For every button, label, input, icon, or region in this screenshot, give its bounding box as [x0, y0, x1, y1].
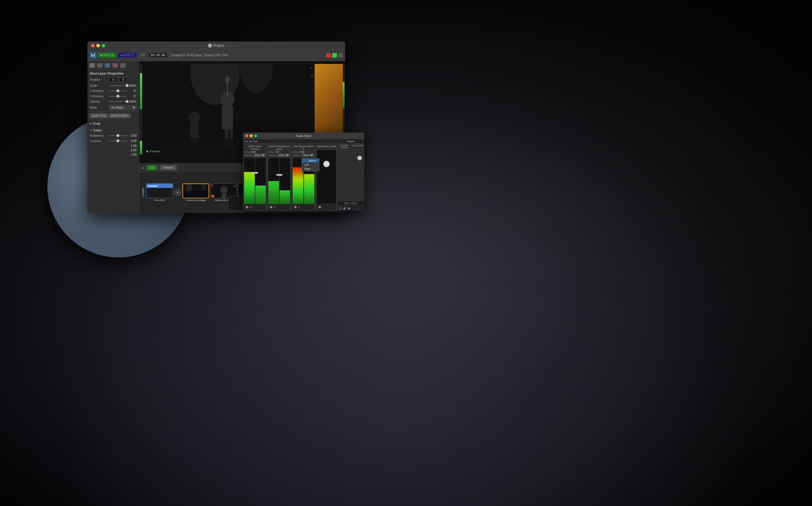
ch1-fader-knob[interactable] [252, 172, 258, 174]
contrast-label: Contrast [90, 139, 108, 143]
popup-item-left[interactable]: Left [302, 163, 319, 167]
ch2-solo-btn[interactable]: S [274, 206, 276, 208]
maximize-button[interactable] [102, 44, 105, 47]
scale-row: Scale 100% [87, 83, 139, 88]
ch2-channel-select[interactable]: Stereo [277, 154, 290, 157]
live-sources-area: Live Sources Builtin Audio Capture Delay… [243, 139, 337, 211]
ch3-mute-btn[interactable]: 🔇 [294, 206, 297, 208]
opacity-slider[interactable] [109, 101, 127, 102]
contrast-slider[interactable] [109, 141, 127, 142]
ch4-mute-btn[interactable]: 🔇 [318, 206, 322, 208]
audio-minimize[interactable] [250, 134, 253, 137]
person-icon-btn[interactable]: 👤 [105, 63, 111, 68]
svg-point-3 [135, 351, 137, 353]
smooth-button[interactable]: Smooth [160, 165, 176, 170]
brightness-label: Brightness [90, 134, 108, 137]
camera-left-stage-thumb[interactable] [183, 183, 209, 198]
svg-point-18 [340, 351, 341, 353]
new-shot-header-thumb[interactable]: ■■■■■■■■ ⚙ [146, 183, 173, 198]
ch1-label: Builtin Audio Capture [244, 145, 266, 150]
crop-section-header[interactable]: ▶ Crop [87, 121, 139, 126]
svg-point-21 [384, 363, 386, 365]
svg-point-23 [414, 351, 416, 353]
y-rotation-handle[interactable] [117, 95, 119, 98]
svg-point-35 [592, 354, 593, 356]
collapse-left-icon[interactable]: « [142, 165, 144, 170]
ch3-solo-btn[interactable]: S [298, 206, 300, 208]
stream-btn-gray[interactable] [338, 53, 343, 58]
master-knob[interactable] [357, 156, 362, 160]
svg-point-12 [251, 357, 252, 359]
x-rotation-slider[interactable] [109, 91, 127, 91]
ch2-meter-fill-l [268, 181, 279, 204]
color-section-header[interactable]: ▼ Color [87, 128, 139, 133]
position-label: Position [90, 78, 108, 81]
stream-dot [100, 55, 102, 56]
brightness-row: Brightness 0.00 [87, 133, 139, 138]
divider-3 [87, 126, 139, 127]
scale-to-fit-button[interactable]: Scale To Fit [90, 113, 108, 118]
master-sub-labels: Preview Camera Live Output [337, 144, 364, 150]
svg-point-32 [547, 357, 549, 359]
close-button[interactable] [91, 44, 94, 47]
popup-item-stereo[interactable]: ✓ Stereo [302, 159, 319, 163]
position-x-input[interactable] [109, 77, 118, 82]
svg-point-67 [203, 194, 204, 195]
add-shot-button-1[interactable]: + [174, 189, 181, 196]
timecode: 00:00:00 [151, 54, 165, 57]
ch2-mute-btn[interactable]: 🔇 [270, 206, 273, 208]
panel-icon-row: ≡ ◁ 👤 🔖 − [87, 61, 139, 70]
layers-icon-btn[interactable]: ≡ [89, 63, 95, 68]
minimize-button[interactable] [96, 44, 100, 47]
svg-point-14 [281, 360, 282, 362]
ch3-channel-select[interactable]: Stereo [301, 154, 314, 157]
ch4-bottom-bar: 🔇 [317, 204, 336, 210]
reset-position-button[interactable]: Reset Position [109, 113, 130, 118]
popup-left-text: Left [304, 163, 309, 166]
scale-handle[interactable] [126, 84, 129, 87]
ch1-mute-btn[interactable]: 🔇 [245, 206, 249, 208]
opacity-handle[interactable] [126, 100, 129, 103]
audio-maximize[interactable] [254, 134, 257, 137]
back-icon-btn[interactable]: ◁ [97, 63, 103, 68]
contrast-value: 0.00 [128, 139, 137, 143]
ch1-channel-select[interactable]: Stereo [253, 154, 266, 157]
brightness-handle[interactable] [117, 134, 119, 137]
bookmark-icon-btn[interactable]: 🔖 [112, 63, 118, 68]
stream-status: 00:01:26 [98, 53, 117, 58]
svg-point-39 [651, 360, 653, 362]
scale-slider[interactable] [109, 85, 127, 86]
opacity-label: Opacity [90, 100, 108, 103]
svg-point-40 [666, 354, 667, 356]
position-y-input[interactable] [119, 77, 128, 82]
ch4-large-knob[interactable] [323, 161, 330, 167]
new-shot-settings[interactable]: ⚙ [170, 184, 172, 188]
svg-point-37 [621, 357, 623, 359]
audio-close[interactable] [245, 134, 248, 137]
svg-point-33 [562, 351, 564, 353]
master-headphone-icon[interactable]: 🎧 [339, 207, 342, 210]
minus-icon-btn[interactable]: − [120, 63, 126, 68]
ch3-label: Mdi Stream Sound R [293, 145, 314, 150]
ch1-solo-btn[interactable]: S [250, 206, 252, 208]
scale-label: Scale [90, 84, 108, 87]
master-record-icon[interactable]: ⏺ [347, 207, 350, 210]
stream-btn-green[interactable] [332, 53, 337, 58]
svg-point-36 [607, 366, 608, 367]
brightness-slider[interactable] [109, 135, 127, 136]
svg-point-64 [194, 193, 196, 195]
ch2-fader-knob[interactable] [276, 174, 282, 176]
master-section: Master Preview Camera Live Output [337, 139, 364, 211]
record-time: 00:00:27 [123, 54, 134, 57]
master-speaker-icon[interactable]: 🔊 [343, 207, 346, 210]
contrast-handle[interactable] [117, 139, 119, 142]
x-rotation-handle[interactable] [117, 89, 119, 92]
on-stage-settings[interactable]: ⚙ [233, 184, 236, 188]
matte-select[interactable]: No Matte [109, 105, 137, 110]
levels-value: 1.00 [131, 153, 137, 156]
popup-item-right[interactable]: Right [302, 167, 319, 171]
stream-btn-red[interactable] [326, 53, 331, 58]
master-header: Master [337, 139, 364, 144]
y-rotation-slider[interactable] [109, 96, 127, 97]
cut-button[interactable]: Cut [146, 165, 157, 170]
